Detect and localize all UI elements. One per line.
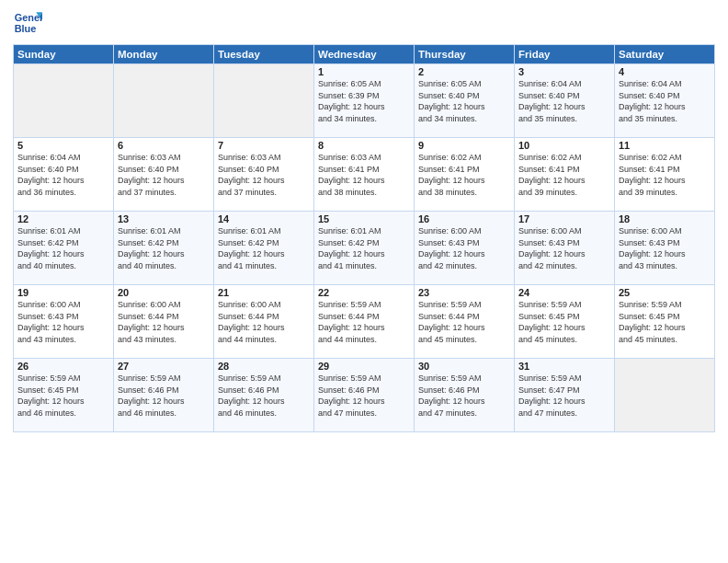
day-info: Sunrise: 6:02 AM Sunset: 6:41 PM Dayligh… — [418, 152, 510, 198]
day-number: 10 — [518, 140, 610, 151]
calendar-cell: 30Sunrise: 5:59 AM Sunset: 6:46 PM Dayli… — [415, 359, 515, 432]
day-number: 18 — [619, 213, 711, 224]
calendar-cell: 10Sunrise: 6:02 AM Sunset: 6:41 PM Dayli… — [515, 138, 615, 212]
calendar-cell — [615, 359, 715, 432]
day-info: Sunrise: 6:04 AM Sunset: 6:40 PM Dayligh… — [619, 78, 711, 124]
day-info: Sunrise: 6:01 AM Sunset: 6:42 PM Dayligh… — [118, 225, 210, 271]
day-info: Sunrise: 5:59 AM Sunset: 6:46 PM Dayligh… — [418, 373, 510, 419]
page-header: General Blue — [13, 9, 715, 39]
day-info: Sunrise: 5:59 AM Sunset: 6:44 PM Dayligh… — [418, 299, 510, 345]
day-of-week-header: Wednesday — [314, 45, 415, 64]
day-number: 29 — [318, 361, 410, 372]
calendar-cell: 31Sunrise: 5:59 AM Sunset: 6:47 PM Dayli… — [515, 359, 615, 432]
day-info: Sunrise: 6:00 AM Sunset: 6:43 PM Dayligh… — [518, 225, 610, 271]
day-number: 5 — [17, 140, 109, 151]
day-info: Sunrise: 6:02 AM Sunset: 6:41 PM Dayligh… — [619, 152, 711, 198]
day-info: Sunrise: 6:01 AM Sunset: 6:42 PM Dayligh… — [218, 225, 310, 271]
day-number: 26 — [17, 361, 109, 372]
day-number: 25 — [619, 287, 711, 298]
day-number: 15 — [318, 213, 410, 224]
day-info: Sunrise: 6:01 AM Sunset: 6:42 PM Dayligh… — [17, 225, 109, 271]
calendar-cell: 19Sunrise: 6:00 AM Sunset: 6:43 PM Dayli… — [14, 285, 114, 359]
calendar-cell: 20Sunrise: 6:00 AM Sunset: 6:44 PM Dayli… — [114, 285, 214, 359]
calendar-cell: 17Sunrise: 6:00 AM Sunset: 6:43 PM Dayli… — [515, 212, 615, 285]
day-info: Sunrise: 6:00 AM Sunset: 6:43 PM Dayligh… — [17, 299, 109, 345]
day-info: Sunrise: 6:05 AM Sunset: 6:39 PM Dayligh… — [318, 78, 410, 124]
day-number: 17 — [518, 213, 610, 224]
day-info: Sunrise: 6:04 AM Sunset: 6:40 PM Dayligh… — [17, 152, 109, 198]
day-info: Sunrise: 6:03 AM Sunset: 6:41 PM Dayligh… — [318, 152, 410, 198]
day-number: 11 — [619, 140, 711, 151]
day-info: Sunrise: 5:59 AM Sunset: 6:45 PM Dayligh… — [518, 299, 610, 345]
day-info: Sunrise: 6:01 AM Sunset: 6:42 PM Dayligh… — [318, 225, 410, 271]
calendar-cell: 8Sunrise: 6:03 AM Sunset: 6:41 PM Daylig… — [314, 138, 415, 212]
day-info: Sunrise: 6:02 AM Sunset: 6:41 PM Dayligh… — [518, 152, 610, 198]
day-number: 3 — [518, 66, 610, 77]
day-number: 14 — [218, 213, 310, 224]
day-of-week-header: Tuesday — [214, 45, 314, 64]
calendar-cell: 9Sunrise: 6:02 AM Sunset: 6:41 PM Daylig… — [415, 138, 515, 212]
calendar-cell: 2Sunrise: 6:05 AM Sunset: 6:40 PM Daylig… — [415, 64, 515, 138]
day-number: 13 — [118, 213, 210, 224]
day-number: 22 — [318, 287, 410, 298]
day-number: 27 — [118, 361, 210, 372]
calendar-cell: 22Sunrise: 5:59 AM Sunset: 6:44 PM Dayli… — [314, 285, 415, 359]
calendar-cell: 1Sunrise: 6:05 AM Sunset: 6:39 PM Daylig… — [314, 64, 415, 138]
calendar-table: SundayMondayTuesdayWednesdayThursdayFrid… — [13, 44, 715, 432]
day-info: Sunrise: 6:00 AM Sunset: 6:43 PM Dayligh… — [619, 225, 711, 271]
calendar-cell: 26Sunrise: 5:59 AM Sunset: 6:45 PM Dayli… — [14, 359, 114, 432]
day-number: 16 — [418, 213, 510, 224]
day-number: 12 — [17, 213, 109, 224]
day-info: Sunrise: 6:03 AM Sunset: 6:40 PM Dayligh… — [218, 152, 310, 198]
calendar-cell: 7Sunrise: 6:03 AM Sunset: 6:40 PM Daylig… — [214, 138, 314, 212]
calendar-cell: 11Sunrise: 6:02 AM Sunset: 6:41 PM Dayli… — [615, 138, 715, 212]
day-number: 20 — [118, 287, 210, 298]
day-info: Sunrise: 6:03 AM Sunset: 6:40 PM Dayligh… — [118, 152, 210, 198]
day-number: 7 — [218, 140, 310, 151]
day-of-week-header: Friday — [515, 45, 615, 64]
calendar-cell: 21Sunrise: 6:00 AM Sunset: 6:44 PM Dayli… — [214, 285, 314, 359]
day-number: 1 — [318, 66, 410, 77]
day-info: Sunrise: 5:59 AM Sunset: 6:46 PM Dayligh… — [218, 373, 310, 419]
day-info: Sunrise: 5:59 AM Sunset: 6:46 PM Dayligh… — [118, 373, 210, 419]
day-info: Sunrise: 6:00 AM Sunset: 6:43 PM Dayligh… — [418, 225, 510, 271]
day-of-week-header: Thursday — [415, 45, 515, 64]
day-number: 31 — [518, 361, 610, 372]
calendar-cell — [14, 64, 114, 138]
day-number: 8 — [318, 140, 410, 151]
calendar-cell: 14Sunrise: 6:01 AM Sunset: 6:42 PM Dayli… — [214, 212, 314, 285]
calendar-cell: 24Sunrise: 5:59 AM Sunset: 6:45 PM Dayli… — [515, 285, 615, 359]
day-of-week-header: Monday — [114, 45, 214, 64]
calendar-cell: 12Sunrise: 6:01 AM Sunset: 6:42 PM Dayli… — [14, 212, 114, 285]
calendar-cell: 29Sunrise: 5:59 AM Sunset: 6:46 PM Dayli… — [314, 359, 415, 432]
calendar-cell — [214, 64, 314, 138]
day-info: Sunrise: 6:04 AM Sunset: 6:40 PM Dayligh… — [518, 78, 610, 124]
calendar-cell: 16Sunrise: 6:00 AM Sunset: 6:43 PM Dayli… — [415, 212, 515, 285]
logo: General Blue — [13, 9, 42, 39]
calendar-cell: 25Sunrise: 5:59 AM Sunset: 6:45 PM Dayli… — [615, 285, 715, 359]
day-info: Sunrise: 6:05 AM Sunset: 6:40 PM Dayligh… — [418, 78, 510, 124]
day-number: 23 — [418, 287, 510, 298]
calendar-cell: 5Sunrise: 6:04 AM Sunset: 6:40 PM Daylig… — [14, 138, 114, 212]
day-info: Sunrise: 5:59 AM Sunset: 6:45 PM Dayligh… — [619, 299, 711, 345]
day-number: 30 — [418, 361, 510, 372]
day-number: 28 — [218, 361, 310, 372]
logo-icon: General Blue — [13, 9, 42, 39]
day-of-week-header: Sunday — [14, 45, 114, 64]
day-number: 9 — [418, 140, 510, 151]
day-info: Sunrise: 5:59 AM Sunset: 6:47 PM Dayligh… — [518, 373, 610, 419]
day-number: 6 — [118, 140, 210, 151]
calendar-cell: 13Sunrise: 6:01 AM Sunset: 6:42 PM Dayli… — [114, 212, 214, 285]
day-info: Sunrise: 5:59 AM Sunset: 6:44 PM Dayligh… — [318, 299, 410, 345]
day-number: 2 — [418, 66, 510, 77]
day-of-week-header: Saturday — [615, 45, 715, 64]
day-number: 24 — [518, 287, 610, 298]
calendar-cell: 15Sunrise: 6:01 AM Sunset: 6:42 PM Dayli… — [314, 212, 415, 285]
calendar-cell: 28Sunrise: 5:59 AM Sunset: 6:46 PM Dayli… — [214, 359, 314, 432]
calendar-cell: 3Sunrise: 6:04 AM Sunset: 6:40 PM Daylig… — [515, 64, 615, 138]
calendar-cell — [114, 64, 214, 138]
calendar-cell: 6Sunrise: 6:03 AM Sunset: 6:40 PM Daylig… — [114, 138, 214, 212]
calendar-cell: 4Sunrise: 6:04 AM Sunset: 6:40 PM Daylig… — [615, 64, 715, 138]
day-info: Sunrise: 6:00 AM Sunset: 6:44 PM Dayligh… — [118, 299, 210, 345]
day-info: Sunrise: 5:59 AM Sunset: 6:46 PM Dayligh… — [318, 373, 410, 419]
